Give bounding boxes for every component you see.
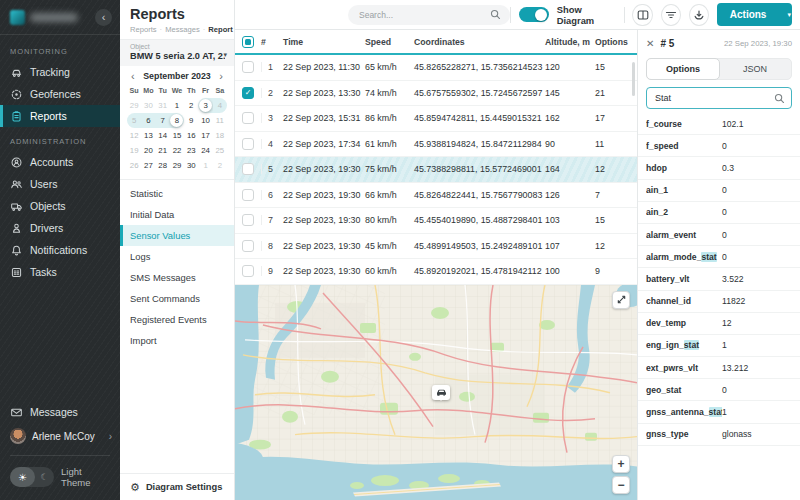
menu-item-registered-events[interactable]: Registered Events: [120, 309, 234, 330]
calendar-day[interactable]: 2: [213, 158, 227, 173]
table-row[interactable]: ✓222 Sep 2023, 13:3074 km/h45.6757559302…: [235, 81, 637, 107]
calendar-day[interactable]: 7: [156, 113, 170, 128]
breadcrumb-messages[interactable]: Messages: [165, 25, 200, 34]
param-row[interactable]: alarm_event0: [638, 224, 800, 246]
calendar-day[interactable]: 27: [141, 158, 155, 173]
calendar-day[interactable]: 21: [156, 143, 170, 158]
calendar-day[interactable]: 26: [127, 158, 141, 173]
column-header-time[interactable]: Time: [283, 37, 365, 47]
row-checkbox[interactable]: ✓: [242, 87, 254, 99]
table-scrollbar[interactable]: [632, 62, 635, 96]
sidebar-item-users[interactable]: Users: [0, 173, 120, 195]
row-checkbox[interactable]: [242, 265, 254, 277]
calendar-day[interactable]: 29: [127, 98, 141, 113]
sidebar-item-tracking[interactable]: Tracking: [0, 61, 120, 83]
diagram-settings-button[interactable]: ⚙ Diagram Settings: [120, 473, 234, 500]
param-row[interactable]: channel_id11822: [638, 291, 800, 313]
column-header-[interactable]: #: [261, 37, 283, 47]
calendar-day[interactable]: 25: [213, 143, 227, 158]
sidebar-collapse-button[interactable]: ‹: [95, 9, 112, 26]
table-row[interactable]: 522 Sep 2023, 19:3075 km/h45.7388298811,…: [235, 157, 637, 183]
sidebar-item-reports[interactable]: Reports: [0, 105, 120, 127]
calendar-next-button[interactable]: ›: [217, 71, 225, 81]
column-header-options[interactable]: Options: [595, 37, 637, 47]
calendar-day[interactable]: 17: [198, 128, 212, 143]
table-row[interactable]: 322 Sep 2023, 15:3186 km/h45.8594742811,…: [235, 106, 637, 132]
actions-dropdown-button[interactable]: ▾: [779, 3, 792, 26]
calendar-day[interactable]: 4: [213, 98, 227, 113]
table-row[interactable]: 922 Sep 2023, 19:3060 km/h45.8920192021,…: [235, 259, 637, 285]
param-row[interactable]: gnss_typeglonass: [638, 424, 800, 446]
calendar-day[interactable]: 22: [170, 143, 184, 158]
menu-item-import[interactable]: Import: [120, 330, 234, 351]
theme-toggle[interactable]: ☀ ☾: [10, 467, 54, 487]
tab-options[interactable]: Options: [646, 58, 720, 80]
calendar-day[interactable]: 9: [184, 113, 198, 128]
table-row[interactable]: 122 Sep 2023, 11:3065 km/h45.8265228271,…: [235, 55, 637, 81]
calendar-day[interactable]: 18: [213, 128, 227, 143]
param-row[interactable]: ext_pwrs_vlt13.212: [638, 357, 800, 379]
close-icon[interactable]: ✕: [646, 38, 654, 49]
breadcrumb-reports[interactable]: Reports: [130, 25, 157, 34]
user-menu[interactable]: Arlene McCoy ›: [0, 423, 120, 449]
calendar-day[interactable]: 1: [170, 98, 184, 113]
tab-json[interactable]: JSON: [719, 59, 791, 79]
menu-item-statistic[interactable]: Statistic: [120, 183, 234, 204]
sidebar-item-notifications[interactable]: Notifications: [0, 239, 120, 261]
select-all-checkbox[interactable]: [242, 36, 254, 48]
sidebar-item-accounts[interactable]: Accounts: [0, 151, 120, 173]
calendar-day[interactable]: 15: [170, 128, 184, 143]
calendar-day[interactable]: 11: [213, 113, 227, 128]
sidebar-item-messages[interactable]: Messages: [0, 401, 120, 423]
map-zoom-out-button[interactable]: −: [612, 476, 630, 494]
param-row[interactable]: geo_stat0: [638, 379, 800, 401]
calendar-day[interactable]: 6: [141, 113, 155, 128]
calendar-day[interactable]: 8: [170, 113, 184, 128]
params-search-input[interactable]: [653, 92, 774, 104]
param-row[interactable]: eng_ign_stat1: [638, 335, 800, 357]
table-row[interactable]: 822 Sep 2023, 19:3045 km/h45.4899149503,…: [235, 234, 637, 260]
param-row[interactable]: hdop0.3: [638, 157, 800, 179]
sidebar-item-objects[interactable]: Objects: [0, 195, 120, 217]
columns-button[interactable]: [632, 4, 652, 26]
calendar-day[interactable]: 16: [184, 128, 198, 143]
download-button[interactable]: [689, 4, 709, 26]
calendar-day[interactable]: 28: [156, 158, 170, 173]
map-expand-button[interactable]: [612, 291, 630, 309]
breadcrumb-report[interactable]: Report: [208, 25, 232, 34]
param-row[interactable]: ain_20: [638, 202, 800, 224]
table-row[interactable]: 622 Sep 2023, 19:3066 km/h45.8264822441,…: [235, 183, 637, 209]
column-header-speed[interactable]: Speed: [365, 37, 414, 47]
row-checkbox[interactable]: [242, 163, 254, 175]
map-zoom-in-button[interactable]: +: [612, 455, 630, 473]
object-select[interactable]: Object BMW 5 seria 2.0 AT, 2... ▾: [120, 39, 234, 66]
row-checkbox[interactable]: [242, 214, 254, 226]
calendar-day[interactable]: 31: [156, 98, 170, 113]
calendar-day[interactable]: 19: [127, 143, 141, 158]
filter-button[interactable]: [661, 4, 681, 26]
column-header-coordinates[interactable]: Coordinates: [414, 37, 545, 47]
calendar-day[interactable]: 24: [198, 143, 212, 158]
calendar-day[interactable]: 13: [141, 128, 155, 143]
table-row[interactable]: 722 Sep 2023, 19:3080 km/h45.4554019890,…: [235, 208, 637, 234]
calendar-day[interactable]: 29: [170, 158, 184, 173]
menu-item-sms-messages[interactable]: SMS Messages: [120, 267, 234, 288]
calendar-day[interactable]: 20: [141, 143, 155, 158]
row-checkbox[interactable]: [242, 61, 254, 73]
row-checkbox[interactable]: [242, 240, 254, 252]
row-checkbox[interactable]: [242, 189, 254, 201]
menu-item-sent-commands[interactable]: Sent Commands: [120, 288, 234, 309]
column-header-altitude-m[interactable]: Altitude, m: [545, 37, 595, 47]
calendar-prev-button[interactable]: ‹: [129, 71, 137, 81]
menu-item-logs[interactable]: Logs: [120, 246, 234, 267]
param-row[interactable]: f_speed0: [638, 135, 800, 157]
map[interactable]: + −: [235, 285, 637, 500]
param-row[interactable]: dev_temp12: [638, 313, 800, 335]
calendar-day[interactable]: 23: [184, 143, 198, 158]
show-diagram-toggle[interactable]: [519, 7, 549, 22]
calendar-day[interactable]: 1: [198, 158, 212, 173]
param-row[interactable]: battery_vlt3.522: [638, 268, 800, 290]
sidebar-item-tasks[interactable]: Tasks: [0, 261, 120, 283]
actions-button[interactable]: Actions: [717, 3, 780, 26]
calendar-day[interactable]: 30: [184, 158, 198, 173]
